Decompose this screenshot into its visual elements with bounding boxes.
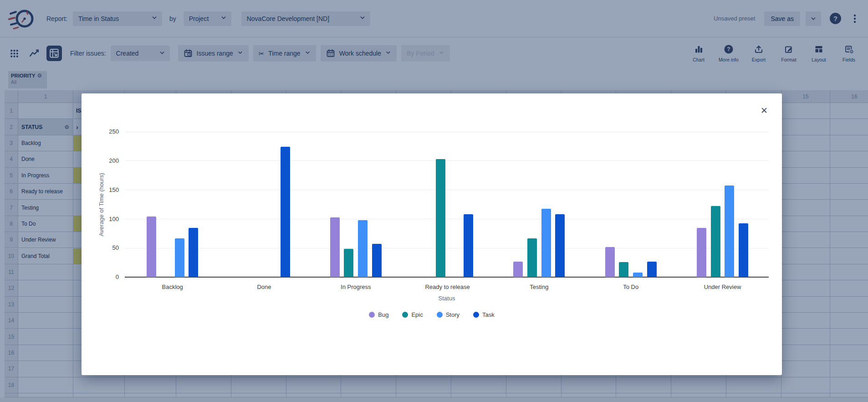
y-tick-label: 250 xyxy=(97,128,119,135)
bar-bug-under-review[interactable] xyxy=(697,228,706,278)
legend-item-task[interactable]: Task xyxy=(473,311,495,318)
x-category-label: Backlog xyxy=(132,283,214,290)
legend-item-epic[interactable]: Epic xyxy=(402,311,423,318)
y-axis-title: Average of Time (hours) xyxy=(98,173,105,236)
bar-story-testing[interactable] xyxy=(541,209,551,278)
bar-task-testing[interactable] xyxy=(555,214,565,277)
legend-dot xyxy=(402,312,408,318)
gridline xyxy=(125,190,769,190)
bar-task-ready-to-release[interactable] xyxy=(464,214,473,277)
y-tick-label: 0 xyxy=(97,273,119,280)
legend-dot xyxy=(369,312,375,318)
legend-label: Task xyxy=(482,311,495,318)
x-category-label: Ready to release xyxy=(407,283,489,290)
x-axis-title: Status xyxy=(125,295,769,302)
x-category-label: Testing xyxy=(498,283,580,290)
x-category-label: To Do xyxy=(590,283,672,290)
bar-task-under-review[interactable] xyxy=(739,223,748,278)
bar-bug-testing[interactable] xyxy=(513,262,523,277)
bar-epic-ready-to-release[interactable] xyxy=(436,159,445,277)
bar-epic-testing[interactable] xyxy=(527,238,537,278)
app-window: Report: Time in Status by Project NovaCo… xyxy=(0,0,868,402)
bar-epic-to-do[interactable] xyxy=(619,262,628,277)
legend-dot xyxy=(437,312,443,318)
gridline xyxy=(125,248,769,248)
bar-story-to-do[interactable] xyxy=(633,273,643,277)
legend-label: Epic xyxy=(411,311,423,318)
bar-task-backlog[interactable] xyxy=(189,228,198,278)
legend-dot xyxy=(473,312,479,318)
gridline xyxy=(125,160,769,161)
x-axis-line xyxy=(125,277,769,278)
bar-task-to-do[interactable] xyxy=(647,262,657,277)
bar-epic-in-progress[interactable] xyxy=(344,249,353,278)
legend-item-story[interactable]: Story xyxy=(437,311,460,318)
x-category-label: In Progress xyxy=(315,283,397,290)
bar-task-in-progress[interactable] xyxy=(372,244,382,277)
legend-label: Story xyxy=(446,311,460,318)
legend-item-bug[interactable]: Bug xyxy=(369,311,388,318)
bar-bug-backlog[interactable] xyxy=(147,216,156,277)
gridline xyxy=(125,132,769,132)
bar-story-under-review[interactable] xyxy=(725,186,734,278)
bar-bug-to-do[interactable] xyxy=(605,247,615,277)
bar-task-done[interactable] xyxy=(281,147,290,277)
y-tick-label: 50 xyxy=(97,244,119,251)
bar-story-backlog[interactable] xyxy=(175,238,184,278)
bar-bug-in-progress[interactable] xyxy=(330,217,340,278)
chart-legend: BugEpicStoryTask xyxy=(82,311,782,318)
y-tick-label: 200 xyxy=(97,157,119,164)
bar-story-in-progress[interactable] xyxy=(358,220,368,277)
x-category-label: Under Review xyxy=(682,283,764,290)
bar-epic-under-review[interactable] xyxy=(711,206,720,277)
chart-modal: ✕ 050100150200250Average of Time (hours)… xyxy=(82,93,782,375)
legend-label: Bug xyxy=(378,311,388,318)
x-category-label: Done xyxy=(223,283,305,290)
gridline xyxy=(125,219,769,219)
chart-area: 050100150200250Average of Time (hours)Ba… xyxy=(82,93,782,375)
